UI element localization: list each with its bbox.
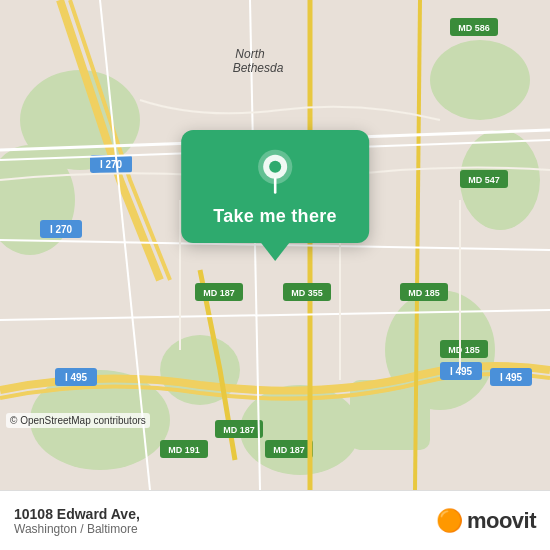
svg-text:MD 586: MD 586 bbox=[458, 23, 490, 33]
svg-text:I 495: I 495 bbox=[500, 372, 523, 383]
svg-text:MD 187: MD 187 bbox=[223, 425, 255, 435]
svg-text:I 495: I 495 bbox=[450, 366, 473, 377]
cta-card[interactable]: Take me there bbox=[181, 130, 369, 243]
svg-text:MD 191: MD 191 bbox=[168, 445, 200, 455]
moovit-logo-icon: 🟠 bbox=[436, 508, 463, 534]
svg-text:MD 187: MD 187 bbox=[273, 445, 305, 455]
location-pin-icon bbox=[251, 148, 299, 196]
svg-text:North: North bbox=[235, 47, 265, 61]
svg-point-3 bbox=[430, 40, 530, 120]
cta-button-container[interactable]: Take me there bbox=[181, 130, 369, 261]
svg-text:MD 547: MD 547 bbox=[468, 175, 500, 185]
svg-text:Bethesda: Bethesda bbox=[233, 61, 284, 75]
footer: 10108 Edward Ave, Washington / Baltimore… bbox=[0, 490, 550, 550]
svg-text:I 270: I 270 bbox=[50, 224, 73, 235]
osm-credit: © OpenStreetMap contributors bbox=[6, 413, 150, 428]
take-me-there-button[interactable]: Take me there bbox=[213, 206, 337, 227]
cta-pointer bbox=[261, 243, 289, 261]
map-container: I 270 I 270 I 495 I 495 I 495 MD 187 MD … bbox=[0, 0, 550, 490]
svg-text:I 270: I 270 bbox=[100, 159, 123, 170]
svg-text:MD 187: MD 187 bbox=[203, 288, 235, 298]
svg-text:MD 355: MD 355 bbox=[291, 288, 323, 298]
moovit-logo: 🟠 moovit bbox=[436, 508, 536, 534]
svg-text:MD 185: MD 185 bbox=[408, 288, 440, 298]
moovit-logo-text: moovit bbox=[467, 508, 536, 534]
svg-point-42 bbox=[269, 161, 281, 173]
svg-text:MD 185: MD 185 bbox=[448, 345, 480, 355]
svg-text:I 495: I 495 bbox=[65, 372, 88, 383]
